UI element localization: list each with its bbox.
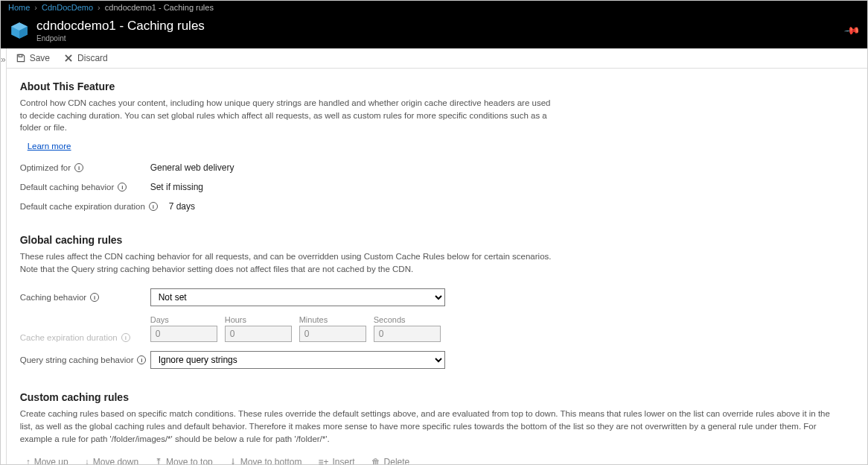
chevron-right-icon: ›: [98, 3, 100, 12]
save-icon: [16, 53, 26, 63]
seconds-label: Seconds: [374, 315, 441, 324]
seconds-input: [374, 326, 441, 342]
breadcrumb-current: cdndocdemo1 - Caching rules: [105, 3, 214, 12]
global-rules-text: These rules affect the CDN caching behav…: [20, 250, 556, 275]
move-to-bottom-button[interactable]: ⤓Move to bottom: [229, 457, 302, 464]
info-icon[interactable]: i: [74, 163, 83, 172]
minutes-input: [299, 326, 366, 342]
expand-panel-toggle[interactable]: »: [1, 48, 7, 465]
command-bar: Save Discard: [7, 48, 868, 69]
svg-rect-3: [19, 54, 22, 57]
arrow-down-icon: ↓: [85, 457, 89, 464]
save-button[interactable]: Save: [16, 53, 50, 63]
query-string-label: Query string caching behaviori: [20, 355, 150, 364]
learn-more-link[interactable]: Learn more: [28, 142, 71, 151]
caching-behavior-label: Caching behaviori: [20, 293, 150, 302]
custom-rules-text: Create caching rules based on specific m…: [20, 408, 839, 445]
days-input: [150, 326, 217, 342]
optimized-for-value: General web delivery: [150, 162, 234, 173]
discard-button[interactable]: Discard: [63, 53, 108, 63]
caching-behavior-select[interactable]: Not set: [150, 288, 445, 306]
info-icon: i: [121, 333, 130, 342]
page-title: cdndocdemo1 - Caching rules: [36, 19, 205, 34]
global-rules-heading: Global caching rules: [20, 234, 860, 246]
move-to-top-button[interactable]: ⤒Move to top: [155, 457, 213, 464]
info-icon[interactable]: i: [118, 183, 127, 192]
about-text: Control how CDN caches your content, inc…: [20, 97, 556, 134]
minutes-label: Minutes: [299, 315, 366, 324]
save-label: Save: [30, 53, 50, 63]
hours-input: [225, 326, 292, 342]
move-up-button[interactable]: ↑Move up: [26, 457, 68, 464]
delete-icon: 🗑: [371, 457, 380, 464]
content-area: About This Feature Control how CDN cache…: [7, 69, 868, 464]
rules-toolbar: ↑Move up ↓Move down ⤒Move to top ⤓Move t…: [26, 457, 860, 464]
page-header: cdndocdemo1 - Caching rules Endpoint 📌: [1, 14, 867, 48]
endpoint-icon: [10, 21, 29, 40]
arrow-bottom-icon: ⤓: [229, 457, 237, 464]
cache-expiration-label: Cache expiration durationi: [20, 333, 150, 342]
default-caching-behavior-value: Set if missing: [150, 182, 203, 192]
default-caching-behavior-label: Default caching behaviori: [20, 183, 150, 192]
insert-icon: ≡+: [319, 457, 329, 464]
optimized-for-label: Optimized fori: [20, 163, 150, 172]
info-icon[interactable]: i: [90, 293, 99, 302]
breadcrumb-home[interactable]: Home: [8, 3, 30, 12]
insert-button[interactable]: ≡+Insert: [319, 457, 355, 464]
breadcrumb-parent[interactable]: CdnDocDemo: [42, 3, 93, 12]
page-subtitle: Endpoint: [36, 34, 205, 42]
move-down-button[interactable]: ↓Move down: [85, 457, 138, 464]
discard-icon: [63, 53, 74, 63]
arrow-up-icon: ↑: [26, 457, 31, 464]
default-expiration-value: 7 days: [169, 201, 195, 212]
query-string-select[interactable]: Ignore query strings: [150, 351, 445, 369]
delete-button[interactable]: 🗑Delete: [371, 457, 410, 464]
info-icon[interactable]: i: [149, 202, 158, 211]
info-icon[interactable]: i: [137, 355, 146, 364]
breadcrumb: Home › CdnDocDemo › cdndocdemo1 - Cachin…: [1, 1, 867, 14]
arrow-top-icon: ⤒: [155, 457, 162, 464]
hours-label: Hours: [225, 315, 292, 324]
default-expiration-label: Default cache expiration durationi: [20, 202, 169, 211]
custom-rules-heading: Custom caching rules: [20, 391, 860, 403]
pin-icon[interactable]: 📌: [843, 22, 861, 39]
about-heading: About This Feature: [20, 80, 860, 92]
chevron-right-icon: ›: [34, 3, 37, 12]
days-label: Days: [150, 315, 217, 324]
discard-label: Discard: [77, 53, 108, 63]
